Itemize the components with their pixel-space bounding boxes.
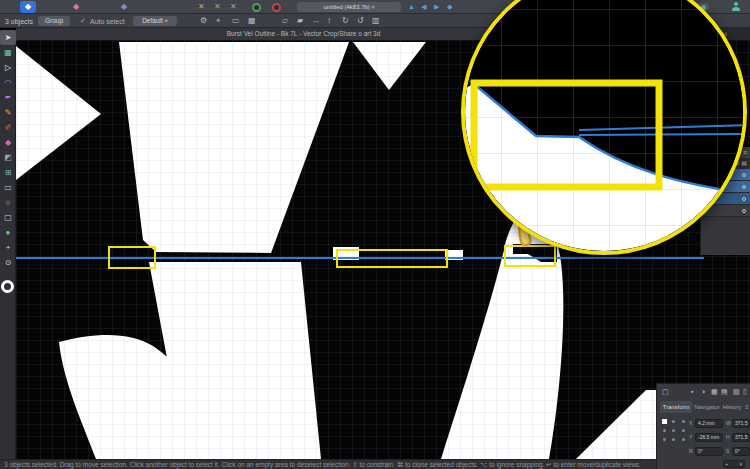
snap-toggle-icon[interactable]: ✕ — [230, 2, 237, 12]
rotation-input[interactable]: 0° — [695, 447, 723, 456]
snapping-target-icon[interactable]: ⌖ — [216, 16, 221, 26]
units-toggle[interactable]: ▪ ▾ — [723, 460, 745, 468]
vector-crop-tool[interactable]: ⊞ — [0, 165, 16, 180]
zoom-tool[interactable]: ⊙ — [0, 255, 16, 270]
flip-vertical-icon[interactable]: ↕ — [327, 16, 331, 26]
shear-vertical-icon[interactable]: ▰ — [297, 16, 303, 26]
fill-icon[interactable]: ▪ — [691, 387, 693, 396]
tab-transform[interactable]: Transform — [660, 401, 692, 413]
flip-horizontal-icon[interactable]: ↔ — [312, 16, 320, 26]
y-label: Y — [689, 433, 692, 442]
shear-label: S — [726, 447, 729, 456]
auto-select-label: Auto select — [90, 17, 125, 26]
document-title-dropdown[interactable]: untitled (4k83.7b) ▾ — [297, 2, 401, 12]
user-head — [734, 2, 738, 6]
pixel-persona-button[interactable]: ◆ — [68, 1, 84, 13]
user-body — [732, 7, 740, 11]
x-input[interactable]: 4.2 mm — [695, 419, 723, 428]
bounds-icon[interactable]: ▭ — [232, 16, 240, 26]
artboard-tool[interactable]: ▦ — [0, 45, 16, 60]
w-input[interactable]: 371.5 mm — [732, 419, 750, 428]
fill-swatch-ring[interactable] — [1, 280, 14, 293]
adjust-icon[interactable]: ◑ — [701, 387, 705, 396]
tab-history[interactable]: History — [721, 401, 743, 413]
layer-toggle-icon[interactable] — [742, 185, 746, 189]
node-tool[interactable]: ▷ — [0, 60, 16, 75]
panel-menu-icon[interactable]: ≡ — [743, 401, 750, 413]
layer-toggle-icon[interactable] — [742, 197, 746, 201]
h-input[interactable]: 371.5 mm — [732, 433, 750, 442]
grid-icon[interactable]: ▦ — [248, 16, 256, 26]
status-message: 3 objects selected. Drag to move selecti… — [4, 461, 641, 468]
transform-panel: ▢ ▪ ◑ ▦ ▤ ▧ ▯ Transform Navigator Histor… — [656, 383, 750, 469]
corner-tool[interactable]: ◠ — [0, 75, 16, 90]
export-persona-button[interactable]: ◆ — [116, 1, 132, 13]
snap-toggle-icon[interactable]: ✕ — [214, 2, 221, 12]
layer-toggle-icon[interactable] — [742, 173, 746, 177]
grid-icon[interactable]: ▦ — [711, 387, 718, 396]
tools-panel: ➤ ▦ ▷ ◠ ✒ ✎ ✐ ◆ ◩ ⊞ ▭ ○ ▢ ● + ⊙ — [0, 30, 16, 459]
document-title: untitled (4k83.7b) — [323, 4, 369, 10]
transparency-tool[interactable]: ◩ — [0, 150, 16, 165]
settings-gear-icon[interactable]: ⚙ — [200, 16, 207, 26]
colour-picker-tool[interactable]: ● — [0, 225, 16, 240]
order-icon[interactable]: ▥ — [372, 16, 380, 26]
shear-input[interactable]: 0° — [732, 447, 750, 456]
anchor-active — [662, 419, 667, 424]
trash-icon[interactable]: ▯ — [743, 387, 747, 396]
x-label: X — [689, 419, 692, 428]
pencil-tool[interactable]: ✎ — [0, 105, 16, 120]
move-tool[interactable]: ➤ — [0, 30, 16, 45]
green-status-button[interactable] — [252, 3, 261, 12]
units-swatch: ▪ — [726, 461, 728, 467]
list-icon[interactable]: ▤ — [741, 160, 747, 166]
anchor-point-selector[interactable] — [662, 419, 686, 443]
insert-target-icon[interactable]: ▲ — [408, 2, 415, 12]
shear-horizontal-icon[interactable]: ▱ — [282, 16, 288, 26]
brush-tool[interactable]: ✐ — [0, 120, 16, 135]
designer-persona-button[interactable]: ◆ — [20, 1, 36, 13]
chevron-down-icon: ▾ — [739, 461, 742, 467]
y-input[interactable]: -26.5 mm — [695, 433, 723, 442]
snap-toggle-icon[interactable]: ✕ — [198, 2, 205, 12]
tab-navigator[interactable]: Navigator — [693, 401, 721, 413]
menu-icon[interactable]: ≡ — [743, 149, 747, 156]
fill-tool[interactable]: ◆ — [0, 135, 16, 150]
affinity-designer-window: ◆ ◆ ◆ ✕ ✕ ✕ untitled (4k83.7b) ▾ ▲ ◀ ▶ ◆… — [0, 0, 750, 469]
layers-icon[interactable]: ▤ — [721, 387, 728, 396]
rectangle-tool[interactable]: ▭ — [0, 180, 16, 195]
rotation-label: R — [689, 447, 693, 456]
selection-count-label: 3 objects — [5, 17, 33, 26]
insert-front-icon[interactable]: ▶ — [434, 2, 439, 12]
preset-value: Default — [142, 17, 163, 24]
rounded-rectangle-tool[interactable]: ▢ — [0, 210, 16, 225]
mask-icon[interactable]: ▧ — [733, 387, 740, 396]
chevron-down-icon: ▾ — [165, 17, 168, 24]
view-tool[interactable]: + — [0, 240, 16, 255]
swatch-icon[interactable]: ▢ — [662, 387, 669, 396]
rotate-cw-icon[interactable]: ↺ — [357, 16, 364, 26]
insert-inside-icon[interactable]: ◆ — [447, 2, 452, 12]
h-label: H — [726, 433, 730, 442]
auto-select-checkbox[interactable]: ✓ — [80, 16, 86, 26]
status-bar: 3 objects selected. Drag to move selecti… — [0, 459, 750, 469]
chevron-down-icon: ▾ — [372, 4, 375, 10]
ellipse-tool[interactable]: ○ — [0, 195, 16, 210]
user-account-icon[interactable] — [731, 2, 741, 12]
red-status-button[interactable] — [272, 3, 281, 12]
preset-dropdown[interactable]: Default ▾ — [133, 16, 177, 26]
insert-behind-icon[interactable]: ◀ — [421, 2, 426, 12]
group-button[interactable]: Group — [38, 16, 70, 26]
layer-toggle-icon[interactable] — [742, 209, 746, 213]
pen-tool[interactable]: ✒ — [0, 90, 16, 105]
w-label: W — [726, 419, 731, 428]
rotate-ccw-icon[interactable]: ↻ — [342, 16, 349, 26]
